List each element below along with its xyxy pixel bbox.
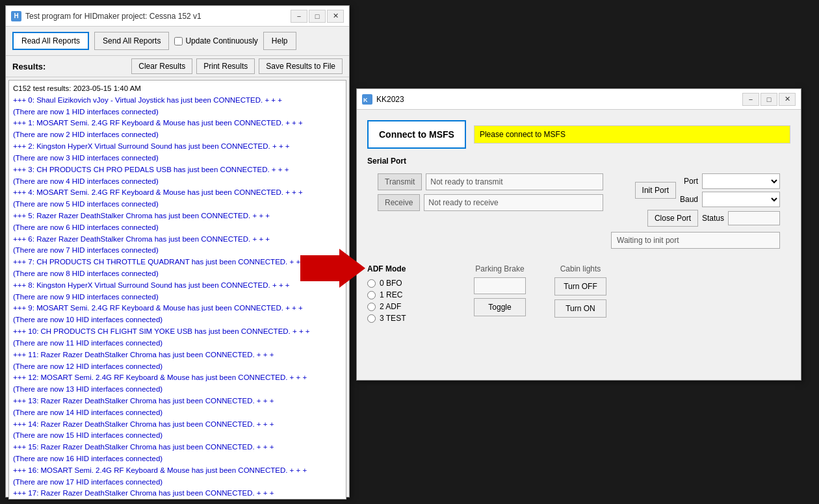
main-title-bar: H Test program for HIDmaker project: Ces… — [6, 6, 349, 27]
list-item: (There are now 4 HID interfaces connecte… — [13, 176, 342, 188]
list-item: +++ 3: CH PRODUCTS CH PRO PEDALS USB has… — [13, 164, 342, 176]
second-window-title: KK2023 — [376, 95, 404, 104]
second-title-left: K KK2023 — [362, 94, 404, 105]
receive-button: Receive — [378, 194, 420, 211]
main-window-title: Test program for HIDmaker project: Cessn… — [25, 12, 202, 21]
parking-brake-input — [474, 277, 526, 294]
transmit-status-input — [426, 173, 603, 190]
adf-radio-3[interactable] — [367, 314, 376, 323]
init-port-button[interactable]: Init Port — [635, 182, 676, 199]
list-item: (There are now 12 HID interfaces connect… — [13, 361, 342, 373]
results-bar: Results: Clear Results Print Results Sav… — [6, 56, 349, 77]
adf-radio-row: 3 TEST — [367, 314, 432, 323]
main-window-icon: H — [11, 11, 21, 21]
port-select[interactable] — [702, 173, 780, 189]
serial-layout: Transmit Receive Init Port Port — [367, 171, 790, 254]
close-button[interactable]: ✕ — [327, 10, 344, 23]
results-label: Results: — [12, 62, 46, 71]
msfs-status: Please connect to MSFS — [474, 125, 790, 144]
transmit-button: Transmit — [378, 173, 422, 190]
adf-radio-1[interactable] — [367, 291, 376, 299]
second-maximize-button[interactable]: □ — [760, 93, 777, 106]
list-item: C152 test results: 2023-05-15 1:40 AM — [13, 83, 342, 95]
list-item: +++ 2: Kingston HyperX Virtual Surround … — [13, 141, 342, 153]
port-row: Port — [680, 173, 780, 189]
main-window: H Test program for HIDmaker project: Ces… — [5, 5, 350, 498]
list-item: +++ 11: Razer Razer DeathStalker Chroma … — [13, 349, 342, 361]
status-label: Status — [702, 214, 724, 223]
baud-label: Baud — [680, 195, 698, 204]
list-item: +++ 5: Razer Razer DeathStalker Chroma h… — [13, 210, 342, 222]
adf-option-label-2: 2 ADF — [380, 302, 401, 311]
adf-radio-0[interactable] — [367, 279, 376, 288]
second-minimize-button[interactable]: − — [742, 93, 759, 106]
list-item: (There are now 14 HID interfaces connect… — [13, 407, 342, 419]
adf-option-label-1: 1 REC — [380, 290, 402, 299]
list-item: (There are now 16 HID interfaces connect… — [13, 453, 342, 465]
clear-results-button[interactable]: Clear Results — [131, 58, 192, 74]
adf-section: ADF Mode 0 BFO1 REC2 ADF3 TEST — [367, 264, 432, 323]
list-item: (There are now 17 HID interfaces connect… — [13, 477, 342, 488]
list-item: +++ 1: MOSART Semi. 2.4G RF Keyboard & M… — [13, 118, 342, 129]
main-toolbar: Read All Reports Send All Reports Update… — [6, 27, 349, 56]
list-item: (There are now 9 HID interfaces connecte… — [13, 292, 342, 303]
list-item: +++ 13: Razer Razer DeathStalker Chroma … — [13, 396, 342, 407]
list-item: +++ 6: Razer Razer DeathStalker Chroma h… — [13, 234, 342, 246]
init-port-row: Init Port Port Baud — [611, 173, 780, 207]
adf-radio-2[interactable] — [367, 303, 376, 311]
cabin-lights-label: Cabin lights — [560, 264, 601, 273]
cabin-turn-off-button[interactable]: Turn OFF — [554, 277, 606, 296]
second-title-controls: − □ ✕ — [742, 93, 796, 106]
list-item: +++ 16: MOSART Semi. 2.4G RF Keyboard & … — [13, 465, 342, 477]
second-window: K KK2023 − □ ✕ Connect to MSFS Please co… — [356, 88, 801, 381]
close-port-row: Close Port Status — [611, 210, 780, 227]
close-port-button[interactable]: Close Port — [647, 210, 698, 227]
svg-text:K: K — [363, 97, 368, 103]
cabin-turn-on-button[interactable]: Turn ON — [554, 299, 606, 318]
baud-row: Baud — [680, 192, 780, 207]
cabin-lights-section: Cabin lights Turn OFF Turn ON — [554, 264, 606, 323]
arrow-indicator — [300, 240, 365, 300]
update-continuously-group[interactable]: Update Continuously — [174, 36, 257, 45]
list-item: (There are now 3 HID interfaces connecte… — [13, 153, 342, 164]
waiting-bar: Waiting to init port — [611, 232, 780, 249]
print-results-button[interactable]: Print Results — [196, 58, 255, 74]
kk-window-icon: K — [362, 94, 372, 105]
send-all-reports-button[interactable]: Send All Reports — [94, 32, 169, 50]
list-item: (There are now 1 HID interfaces connecte… — [13, 107, 342, 118]
second-close-button[interactable]: ✕ — [779, 93, 796, 106]
maximize-button[interactable]: □ — [309, 10, 326, 23]
list-item: (There are now 2 HID interfaces connecte… — [13, 129, 342, 141]
receive-row: Receive — [378, 194, 603, 211]
list-item: (There are now 15 HID interfaces connect… — [13, 430, 342, 442]
update-continuously-checkbox[interactable] — [174, 37, 183, 45]
save-results-button[interactable]: Save Results to File — [259, 58, 343, 74]
adf-option-label-0: 0 BFO — [380, 279, 402, 288]
list-item: (There are now 5 HID interfaces connecte… — [13, 199, 342, 210]
svg-marker-0 — [300, 249, 365, 288]
read-all-reports-button[interactable]: Read All Reports — [12, 32, 89, 50]
update-continuously-label: Update Continuously — [185, 36, 257, 45]
second-title-bar: K KK2023 − □ ✕ — [357, 89, 801, 110]
help-button[interactable]: Help — [263, 32, 296, 50]
adf-radio-group: 0 BFO1 REC2 ADF3 TEST — [367, 279, 432, 323]
adf-title: ADF Mode — [367, 264, 432, 273]
serial-port-section: Serial Port Transmit Receive Init Port — [357, 154, 801, 257]
minimize-button[interactable]: − — [291, 10, 307, 23]
serial-port-title: Serial Port — [367, 157, 790, 166]
parking-brake-toggle-button[interactable]: Toggle — [474, 298, 526, 316]
list-item: (There are now 13 HID interfaces connect… — [13, 384, 342, 396]
list-item: (There are now 8 HID interfaces connecte… — [13, 268, 342, 280]
list-item: +++ 17: Razer Razer DeathStalker Chroma … — [13, 488, 342, 499]
connect-msfs-button[interactable]: Connect to MSFS — [367, 120, 466, 149]
title-bar-left: H Test program for HIDmaker project: Ces… — [11, 11, 202, 21]
results-area[interactable]: C152 test results: 2023-05-15 1:40 AM+++… — [8, 80, 346, 499]
serial-left: Transmit Receive — [378, 173, 603, 249]
serial-right: Init Port Port Baud — [611, 173, 780, 249]
title-controls: − □ ✕ — [291, 10, 344, 23]
list-item: +++ 8: Kingston HyperX Virtual Surround … — [13, 280, 342, 292]
msfs-status-text: Please connect to MSFS — [480, 130, 566, 139]
connect-area: Connect to MSFS Please connect to MSFS — [357, 110, 801, 154]
baud-select[interactable] — [702, 192, 780, 207]
adf-option-label-3: 3 TEST — [380, 314, 406, 323]
